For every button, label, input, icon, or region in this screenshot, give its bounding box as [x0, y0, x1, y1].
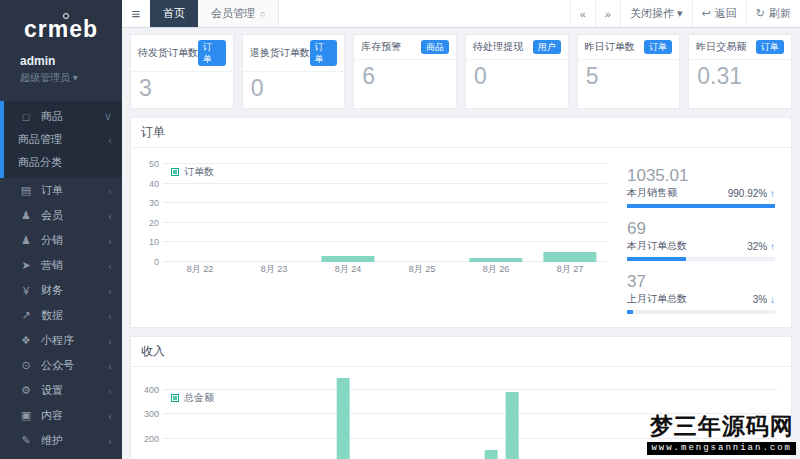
- orders-chart-plot: 订单数 01020304050: [163, 162, 607, 262]
- status-badge: 商品: [421, 40, 449, 54]
- crmeb-logo: crmeb: [0, 0, 122, 52]
- watermark-url: www.mengsannian.com: [647, 442, 796, 455]
- y-axis-label: 300: [137, 409, 159, 419]
- user-role-dropdown[interactable]: 超级管理员 ▾: [20, 71, 122, 85]
- progress-bar: [627, 204, 775, 208]
- sidebar-item-miniprogram[interactable]: ❖ 小程序 ‹: [0, 328, 122, 353]
- orders-chart: 订单数 01020304050 8月 228月 238月 248月 258月 2…: [137, 156, 613, 325]
- user-name: admin: [20, 54, 122, 68]
- legend-swatch-icon: [171, 168, 179, 176]
- sidebar-group-products: □ 商品 ∨ 商品管理 ‹ 商品分类: [0, 101, 122, 178]
- tab-home[interactable]: 首页: [150, 0, 198, 27]
- gridline: [163, 163, 607, 164]
- x-axis-label: 8月 26: [459, 263, 533, 276]
- status-badge: 订单: [756, 40, 784, 54]
- sidebar-item-content[interactable]: ▣ 内容 ‹: [0, 403, 122, 428]
- close-operations-dropdown[interactable]: 关闭操作 ▾: [620, 0, 692, 27]
- tab-member-manage[interactable]: 会员管理 ○: [198, 0, 279, 27]
- stat-lastmonth-orders: 37 上月订单总数 3% ↓: [627, 272, 775, 314]
- x-axis-label: 8月 25: [385, 263, 459, 276]
- stat-value: 3: [131, 72, 233, 108]
- y-axis-label: 0: [137, 257, 159, 267]
- watermark-text: 梦三年源码网: [647, 411, 796, 442]
- trend-up-icon: ↑: [770, 188, 775, 199]
- stat-value: 6: [354, 60, 456, 96]
- stat-value: 0: [243, 72, 345, 108]
- stat-month-sales: 1035.01 本月销售额 990.92% ↑: [627, 166, 775, 208]
- chevron-left-icon: ‹: [108, 185, 112, 197]
- chart-bar: [321, 256, 374, 262]
- stat-card-pending-ship[interactable]: 待发货订单数 订单 3: [130, 34, 234, 109]
- status-badge: 用户: [533, 40, 561, 54]
- goods-icon: □: [18, 111, 34, 123]
- sidebar-item-distribution[interactable]: ♟ 分销 ‹: [0, 228, 122, 253]
- stat-card-yesterday-orders[interactable]: 昨日订单数 订单 5: [577, 34, 681, 109]
- stat-cards-row: 待发货订单数 订单 3 退换货订单数 订单 0 库存预警 商品 6 待处理提现: [130, 34, 792, 109]
- hamburger-menu-icon[interactable]: ≡: [122, 0, 150, 27]
- chevron-down-icon: ∨: [104, 110, 112, 123]
- tabs-next-button[interactable]: »: [595, 0, 620, 27]
- sidebar-item-marketing[interactable]: ➤ 营销 ‹: [0, 253, 122, 278]
- chevron-left-icon: ‹: [108, 360, 112, 372]
- order-icon: ▤: [18, 184, 34, 197]
- stat-value: 5: [578, 60, 680, 96]
- income-panel-title: 收入: [131, 337, 791, 367]
- wrench-icon: ✎: [18, 434, 34, 447]
- chevron-left-icon: ‹: [108, 410, 112, 422]
- sidebar-item-products[interactable]: □ 商品 ∨: [4, 105, 122, 128]
- chevron-left-icon: ‹: [108, 134, 112, 146]
- y-axis-label: 200: [137, 434, 159, 444]
- y-axis-label: 30: [137, 198, 159, 208]
- chart-bar: [337, 378, 350, 459]
- gridline: [163, 202, 607, 203]
- user-info: admin 超级管理员 ▾: [0, 52, 122, 91]
- chevron-left-icon: ‹: [108, 385, 112, 397]
- wechat-icon: ⊙: [18, 359, 34, 372]
- sidebar-menu: □ 商品 ∨ 商品管理 ‹ 商品分类 ▤ 订单 ‹ ♟ 会员: [0, 101, 122, 459]
- gridline: [163, 222, 607, 223]
- trend-up-icon: ↑: [770, 241, 775, 252]
- sidebar-item-orders[interactable]: ▤ 订单 ‹: [0, 178, 122, 203]
- gridline: [163, 183, 607, 184]
- tab-close-icon[interactable]: ○: [260, 9, 265, 19]
- sidebar-item-official-account[interactable]: ⊙ 公众号 ‹: [0, 353, 122, 378]
- progress-bar: [627, 310, 775, 314]
- orders-stats-column: 1035.01 本月销售额 990.92% ↑ 69 本月订单总数: [613, 156, 781, 325]
- stat-card-returns[interactable]: 退换货订单数 订单 0: [242, 34, 346, 109]
- sidebar-item-product-manage[interactable]: 商品管理 ‹: [4, 128, 122, 151]
- chart-bar: [506, 392, 519, 459]
- sidebar-item-product-category[interactable]: 商品分类: [4, 151, 122, 174]
- sidebar-item-service[interactable]: ☁ 服务管理 ‹: [0, 453, 122, 459]
- legend-swatch-icon: [171, 394, 179, 402]
- sidebar-item-members[interactable]: ♟ 会员 ‹: [0, 203, 122, 228]
- stat-card-stock-warning[interactable]: 库存预警 商品 6: [353, 34, 457, 109]
- orders-chart-x-axis: 8月 228月 238月 248月 258月 268月 27: [163, 262, 607, 277]
- sidebar-item-finance[interactable]: ¥ 财务 ‹: [0, 278, 122, 303]
- sidebar-item-data[interactable]: ↗ 数据 ‹: [0, 303, 122, 328]
- x-axis-label: 8月 23: [237, 263, 311, 276]
- chevron-left-icon: ‹: [108, 260, 112, 272]
- sidebar: crmeb admin 超级管理员 ▾ □ 商品 ∨ 商品管理 ‹ 商品分类: [0, 0, 122, 459]
- back-button[interactable]: ↩ 返回: [692, 0, 746, 27]
- y-axis-label: 10: [137, 237, 159, 247]
- refresh-button[interactable]: ↻ 刷新: [746, 0, 800, 27]
- progress-bar: [627, 257, 775, 261]
- chart-legend[interactable]: 订单数: [171, 165, 214, 179]
- miniprogram-icon: ❖: [18, 334, 34, 347]
- sidebar-item-label: 商品: [41, 109, 104, 124]
- y-axis-label: 20: [137, 218, 159, 228]
- stat-card-withdrawals[interactable]: 待处理提现 用户 0: [465, 34, 569, 109]
- stat-card-yesterday-revenue[interactable]: 昨日交易额 订单 0.31: [688, 34, 792, 109]
- orders-panel: 订单 订单数 01020304050 8月 228月 238月 248月 258…: [130, 117, 792, 328]
- yen-icon: ¥: [18, 285, 34, 297]
- topbar: ≡ 首页 会员管理 ○ « » 关闭操作 ▾ ↩ 返回 ↻: [122, 0, 800, 28]
- status-badge: 订单: [644, 40, 672, 54]
- sidebar-item-maintenance[interactable]: ✎ 维护 ‹: [0, 428, 122, 453]
- gridline: [163, 241, 607, 242]
- sidebar-item-settings[interactable]: ⚙ 设置 ‹: [0, 378, 122, 403]
- chevron-left-icon: ‹: [108, 210, 112, 222]
- stat-value: 0: [466, 60, 568, 96]
- tabs-prev-button[interactable]: «: [570, 0, 595, 27]
- chart-legend[interactable]: 总金额: [171, 391, 214, 405]
- paper-plane-icon: ➤: [18, 259, 34, 272]
